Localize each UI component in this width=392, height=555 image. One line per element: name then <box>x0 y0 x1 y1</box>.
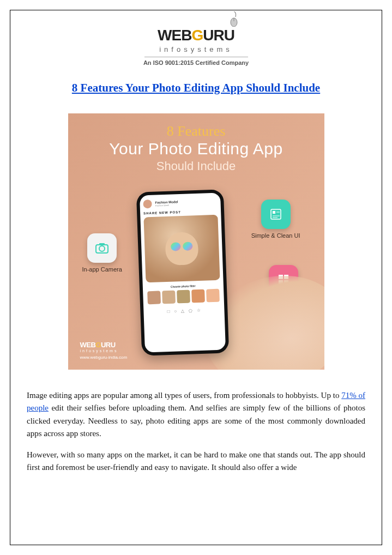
logo-text-web: WEB <box>158 27 191 44</box>
hero-subheadline: Should Include <box>68 159 324 173</box>
tool-circle-icon: ○ <box>174 309 177 313</box>
phone-screen: Fashion Model Fashion Week SHARE NEW POS… <box>140 193 226 353</box>
feature-label-ui: Simple & Clean UI <box>251 232 300 239</box>
svg-point-3 <box>99 246 105 251</box>
avatar-icon <box>143 200 152 209</box>
logo-tagline: infosystems <box>27 45 365 53</box>
hero-banner: 8 Features Your Photo Editing App Should… <box>68 113 324 370</box>
thumb-item <box>177 290 190 304</box>
svg-rect-4 <box>99 243 105 245</box>
phone-user-sub: Fashion Week <box>155 203 178 207</box>
page-frame: WEBGURU infosystems An ISO 9001:2015 Cer… <box>10 10 382 545</box>
mouse-icon <box>229 11 239 27</box>
main-photo <box>143 215 220 283</box>
tool-square-icon: □ <box>167 309 170 314</box>
tool-triangle-icon: △ <box>181 309 184 313</box>
tool-pentagon-icon: ⬠ <box>189 308 192 313</box>
filter-thumbnails <box>146 289 221 305</box>
thumb-item <box>162 291 176 304</box>
logo-text-g: G <box>191 27 203 44</box>
paragraph-2: However, with so many apps on the market… <box>27 449 365 474</box>
ui-icon <box>261 200 291 229</box>
thumb-item <box>147 291 161 304</box>
phone-header: Fashion Model Fashion Week <box>143 197 217 209</box>
hero-headline: Your Photo Editing App <box>68 140 324 158</box>
hero-script-text: 8 Features <box>68 123 324 140</box>
filter-label: Choose photo filter <box>146 283 220 289</box>
sunglasses-icon <box>171 242 193 251</box>
hero-logo-tagline: infosystems <box>80 349 128 353</box>
article-title-link[interactable]: 8 Features Your Photo Editing App Should… <box>27 81 365 95</box>
hero-logo-url: www.webguru-india.com <box>80 355 128 360</box>
phone-mockup: Fashion Model Fashion Week SHARE NEW POS… <box>136 189 228 355</box>
paragraph-1: Image editing apps are popular among all… <box>27 389 365 440</box>
svg-rect-6 <box>273 211 275 214</box>
hero-footer-logo: WEBGURU infosystems www.webguru-india.co… <box>80 341 128 360</box>
thumb-item <box>191 289 205 303</box>
company-logo-block: WEBGURU infosystems An ISO 9001:2015 Cer… <box>27 27 365 66</box>
logo-wordmark: WEBGURU <box>158 27 234 44</box>
feature-tile-ui: Simple & Clean UI <box>251 200 300 239</box>
feature-label-camera: In-app Camera <box>82 266 122 273</box>
logo-divider <box>144 57 248 57</box>
tool-row: □ ○ △ ⬠ ☆ <box>147 307 221 315</box>
tool-star-icon: ☆ <box>197 308 201 313</box>
logo-text-uru: URU <box>203 27 234 44</box>
camera-icon <box>87 233 117 263</box>
share-label: SHARE NEW POST <box>143 209 218 215</box>
hero-logo-wordmark: WEBGURU <box>80 341 128 349</box>
feature-tile-camera: In-app Camera <box>82 233 122 273</box>
thumb-item <box>206 289 220 303</box>
p1-text-b: edit their selfies before uploading them… <box>27 403 365 438</box>
logo-certification: An ISO 9001:2015 Certified Company <box>27 59 365 66</box>
p1-text-a: Image editing apps are popular among all… <box>27 391 341 400</box>
article-body: Image editing apps are popular among all… <box>27 389 365 474</box>
